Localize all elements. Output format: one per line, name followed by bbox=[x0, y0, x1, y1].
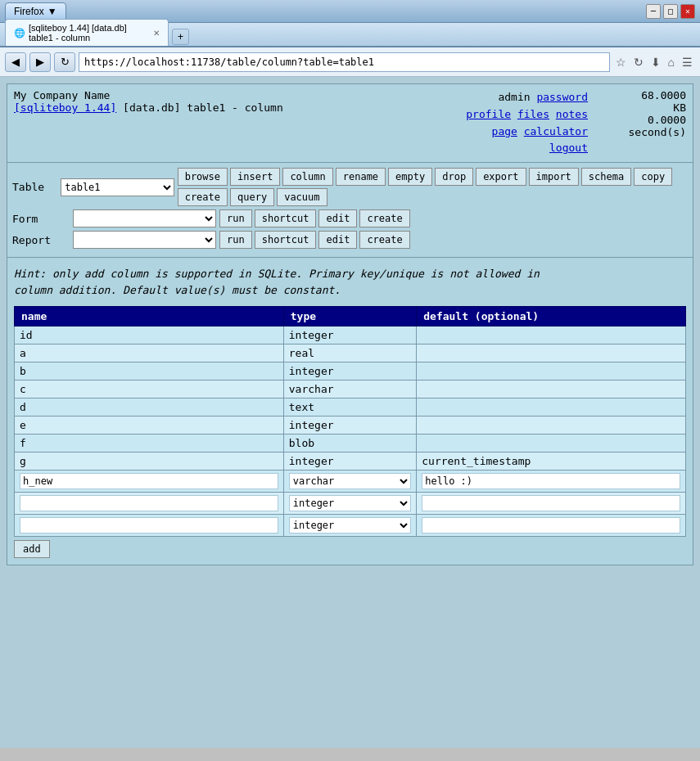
form-shortcut-button[interactable]: shortcut bbox=[255, 209, 317, 227]
profile-link[interactable]: profile bbox=[466, 108, 511, 120]
browser-content: My Company Name [sqliteboy 1.44] [data.d… bbox=[0, 77, 700, 748]
browse-button[interactable]: browse bbox=[178, 168, 228, 186]
back-button[interactable]: ◀ bbox=[5, 52, 26, 72]
create-button[interactable]: create bbox=[178, 188, 228, 206]
refresh-icon[interactable]: ↻ bbox=[631, 54, 646, 70]
minimize-button[interactable]: ─ bbox=[646, 4, 661, 19]
form-edit-button[interactable]: edit bbox=[318, 209, 357, 227]
col-type-select[interactable]: integerrealvarchartextblob bbox=[289, 517, 411, 534]
table-row: integerrealvarchartextblob bbox=[15, 493, 686, 515]
report-edit-button[interactable]: edit bbox=[318, 231, 357, 249]
vacuum-button[interactable]: vacuum bbox=[277, 188, 327, 206]
maximize-button[interactable]: □ bbox=[663, 4, 678, 19]
col-default-input[interactable] bbox=[422, 495, 680, 511]
copy-button[interactable]: copy bbox=[634, 168, 672, 186]
col-default-input[interactable] bbox=[422, 517, 680, 534]
col-default-cell bbox=[417, 380, 686, 399]
home-icon[interactable]: ⌂ bbox=[666, 54, 677, 70]
menu-icon[interactable]: ☰ bbox=[680, 54, 695, 70]
schema-button[interactable]: schema bbox=[581, 168, 631, 186]
col-name-cell: g bbox=[15, 453, 284, 471]
hint-line2: column addition. Default value(s) must b… bbox=[14, 282, 686, 299]
empty-button[interactable]: empty bbox=[388, 168, 432, 186]
close-button[interactable]: ✕ bbox=[680, 4, 695, 19]
insert-button[interactable]: insert bbox=[230, 168, 280, 186]
col-default-input[interactable] bbox=[422, 473, 680, 489]
notes-link[interactable]: notes bbox=[556, 108, 588, 120]
hint-section: Hint: only add column is supported in SQ… bbox=[7, 258, 693, 306]
col-default-cell bbox=[417, 362, 686, 380]
report-create-button[interactable]: create bbox=[359, 231, 409, 249]
col-type-select[interactable]: integerrealvarchartextblob bbox=[289, 473, 411, 489]
col-type-select[interactable]: integerrealvarchartextblob bbox=[289, 495, 411, 511]
files-link[interactable]: files bbox=[517, 108, 549, 120]
header-links-row1: profile files notes bbox=[301, 106, 589, 124]
forward-button[interactable]: ▶ bbox=[29, 52, 51, 72]
report-label: Report bbox=[12, 234, 70, 246]
col-type-cell: integerrealvarchartextblob bbox=[283, 493, 416, 515]
query-button[interactable]: query bbox=[230, 188, 274, 206]
col-default-cell bbox=[417, 399, 686, 417]
col-default-cell bbox=[417, 435, 686, 453]
col-default-cell bbox=[417, 471, 686, 493]
address-input[interactable] bbox=[79, 52, 610, 72]
nav-panel: Table table1 browse insert column rename… bbox=[7, 163, 693, 258]
form-buttons: run shortcut edit create bbox=[219, 209, 410, 227]
new-tab-button[interactable]: + bbox=[172, 29, 189, 45]
header-links-row3: logout bbox=[301, 140, 589, 157]
col-name-cell: f bbox=[15, 435, 284, 453]
app-version-link[interactable]: [sqliteboy 1.44] bbox=[14, 101, 116, 114]
app-header: My Company Name [sqliteboy 1.44] [data.d… bbox=[7, 84, 693, 163]
drop-button[interactable]: drop bbox=[435, 168, 473, 186]
bookmark-icon[interactable]: ☆ bbox=[613, 54, 629, 70]
time-value: 0.0000 bbox=[648, 114, 686, 126]
export-button[interactable]: export bbox=[476, 168, 526, 186]
table-section: name type default (optional) idintegerar… bbox=[7, 306, 693, 565]
password-link[interactable]: password bbox=[536, 91, 588, 103]
import-button[interactable]: import bbox=[529, 168, 579, 186]
col-type-cell: integer bbox=[283, 362, 416, 380]
form-select[interactable] bbox=[73, 209, 216, 227]
window-controls: ─ □ ✕ bbox=[646, 4, 695, 19]
time-unit: second(s) bbox=[629, 126, 686, 138]
size-value: 68.0000 bbox=[641, 89, 686, 101]
report-select[interactable] bbox=[73, 231, 216, 249]
add-button[interactable]: add bbox=[14, 540, 50, 558]
hint-line1: Hint: only add column is supported in SQ… bbox=[14, 266, 686, 282]
page-link[interactable]: page bbox=[492, 125, 517, 137]
column-button[interactable]: column bbox=[282, 168, 332, 186]
size-unit: KB bbox=[673, 101, 686, 114]
header-subtitle: [data.db] table1 - column bbox=[123, 101, 283, 114]
col-default-header: default (optional) bbox=[417, 307, 686, 326]
col-name-input[interactable] bbox=[20, 517, 278, 534]
calculator-link[interactable]: calculator bbox=[524, 125, 588, 137]
report-run-button[interactable]: run bbox=[219, 231, 252, 249]
table-row: cvarchar bbox=[15, 380, 686, 399]
download-icon[interactable]: ⬇ bbox=[648, 54, 663, 70]
col-name-input[interactable] bbox=[20, 473, 278, 489]
table-select[interactable]: table1 bbox=[61, 178, 174, 196]
col-default-cell bbox=[417, 326, 686, 344]
col-name-cell: a bbox=[15, 344, 284, 362]
rename-button[interactable]: rename bbox=[336, 168, 386, 186]
refresh-button[interactable]: ↻ bbox=[54, 52, 75, 72]
form-run-button[interactable]: run bbox=[219, 209, 252, 227]
table-row: integerrealvarchartextblob bbox=[15, 471, 686, 493]
active-tab[interactable]: 🌐 [sqliteboy 1.44] [data.db] table1 - co… bbox=[5, 19, 169, 46]
col-type-cell: integer bbox=[283, 453, 416, 471]
tab-close-button[interactable]: ✕ bbox=[153, 29, 160, 38]
report-shortcut-button[interactable]: shortcut bbox=[255, 231, 317, 249]
header-links-row2: page calculator bbox=[301, 124, 589, 141]
table-header-row: name type default (optional) bbox=[15, 307, 686, 326]
table-row: dtext bbox=[15, 399, 686, 417]
col-type-cell: integerrealvarchartextblob bbox=[283, 471, 416, 493]
table-buttons: browse insert column rename empty drop e… bbox=[178, 168, 688, 206]
firefox-dropdown-icon: ▼ bbox=[47, 6, 57, 17]
col-name-input[interactable] bbox=[20, 495, 278, 511]
logout-link[interactable]: logout bbox=[549, 142, 588, 154]
address-bar-icons: ☆ ↻ ⬇ ⌂ ☰ bbox=[613, 54, 695, 70]
col-type-cell: integer bbox=[283, 417, 416, 435]
form-create-button[interactable]: create bbox=[359, 209, 409, 227]
firefox-menu-button[interactable]: Firefox ▼ bbox=[5, 2, 66, 20]
table-row: binteger bbox=[15, 362, 686, 380]
